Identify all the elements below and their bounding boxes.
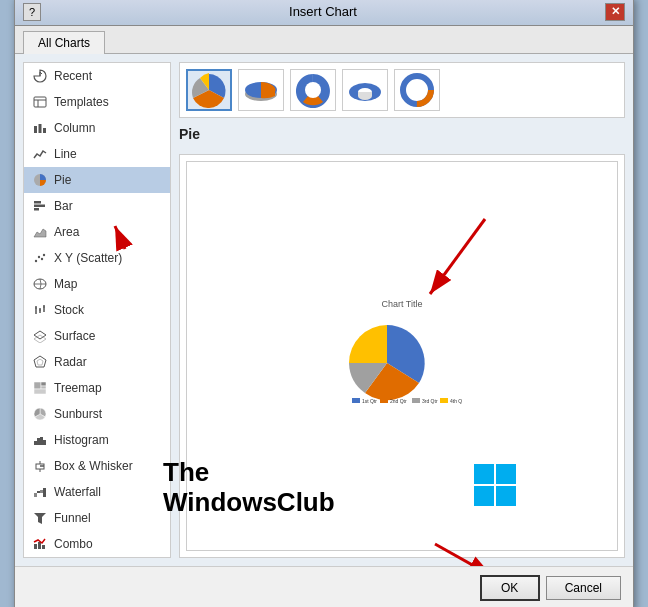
svg-rect-28 [41, 382, 46, 386]
ok-button[interactable]: OK [480, 575, 540, 601]
sidebar-item-map[interactable]: Map [24, 271, 170, 297]
chart-preview-inner: Chart Title [186, 161, 618, 551]
chart-title: Chart Title [381, 299, 422, 309]
svg-rect-5 [43, 128, 46, 133]
svg-marker-10 [34, 229, 46, 237]
chart-thumb-pie3d[interactable] [238, 69, 284, 111]
content-area: Recent Templates Column [15, 54, 633, 566]
column-icon [32, 120, 48, 136]
svg-rect-32 [34, 441, 37, 445]
sidebar-label-map: Map [54, 277, 77, 291]
sidebar-item-pie[interactable]: Pie [24, 167, 170, 193]
svg-rect-27 [34, 382, 41, 389]
sidebar-item-recent[interactable]: Recent [24, 63, 170, 89]
tab-bar: All Charts [15, 26, 633, 54]
sidebar-item-stock[interactable]: Stock [24, 297, 170, 323]
sidebar-item-treemap[interactable]: Treemap [24, 375, 170, 401]
line-icon [32, 146, 48, 162]
svg-rect-8 [34, 205, 45, 208]
svg-rect-40 [34, 493, 37, 497]
sidebar-label-xy: X Y (Scatter) [54, 251, 122, 265]
svg-rect-7 [34, 201, 41, 204]
sidebar-label-surface: Surface [54, 329, 95, 343]
sidebar-item-column[interactable]: Column [24, 115, 170, 141]
recent-icon [32, 68, 48, 84]
insert-chart-dialog: ? Insert Chart ✕ All Charts Recent [14, 0, 634, 607]
sidebar-label-line: Line [54, 147, 77, 161]
chart-thumb-doughnut[interactable] [290, 69, 336, 111]
sidebar-item-surface[interactable]: Surface [24, 323, 170, 349]
sidebar-item-boxwhisker[interactable]: Box & Whisker [24, 453, 170, 479]
pie-chart-svg: 1st Qtr 2nd Qtr 3rd Qtr 4th Qtr [342, 313, 462, 413]
sidebar-label-stock: Stock [54, 303, 84, 317]
svg-point-12 [38, 256, 40, 258]
svg-marker-26 [37, 359, 43, 365]
area-icon [32, 224, 48, 240]
chart-type-row [179, 62, 625, 118]
boxwhisker-icon [32, 458, 48, 474]
svg-rect-33 [37, 438, 40, 445]
svg-text:3rd Qtr: 3rd Qtr [422, 398, 438, 404]
chart-thumb-ring[interactable] [394, 69, 440, 111]
chart-preview-area: Chart Title [179, 154, 625, 558]
sidebar-label-histogram: Histogram [54, 433, 109, 447]
sidebar-item-waterfall[interactable]: Waterfall [24, 479, 170, 505]
surface-icon [32, 328, 48, 344]
sidebar-label-sunburst: Sunburst [54, 407, 102, 421]
funnel-icon [32, 510, 48, 526]
sidebar-label-funnel: Funnel [54, 511, 91, 525]
title-bar-controls: ✕ [605, 3, 625, 21]
sidebar-item-bar[interactable]: Bar [24, 193, 170, 219]
svg-text:1st Qtr: 1st Qtr [362, 398, 377, 404]
close-button[interactable]: ✕ [605, 3, 625, 21]
sidebar-item-funnel[interactable]: Funnel [24, 505, 170, 531]
svg-rect-43 [43, 488, 46, 497]
svg-rect-41 [37, 491, 40, 493]
svg-rect-47 [42, 545, 45, 549]
svg-rect-61 [440, 398, 448, 403]
sidebar-label-radar: Radar [54, 355, 87, 369]
sunburst-icon [32, 406, 48, 422]
bar-icon [32, 198, 48, 214]
sidebar-item-combo[interactable]: Combo [24, 531, 170, 557]
pie-icon [32, 172, 48, 188]
chart-section-label: Pie [179, 126, 625, 142]
sidebar-label-recent: Recent [54, 69, 92, 83]
sidebar-item-templates[interactable]: Templates [24, 89, 170, 115]
svg-rect-29 [41, 386, 46, 389]
stock-icon [32, 302, 48, 318]
sidebar-label-bar: Bar [54, 199, 73, 213]
svg-rect-57 [380, 398, 388, 403]
sidebar-item-xy[interactable]: X Y (Scatter) [24, 245, 170, 271]
title-bar: ? Insert Chart ✕ [15, 0, 633, 26]
chart-thumb-doughnut3d[interactable] [342, 69, 388, 111]
cancel-button[interactable]: Cancel [546, 576, 621, 600]
sidebar-item-line[interactable]: Line [24, 141, 170, 167]
sidebar-item-sunburst[interactable]: Sunburst [24, 401, 170, 427]
chart-right-panel: Pie Chart Title [179, 62, 625, 558]
templates-icon [32, 94, 48, 110]
tab-all-charts[interactable]: All Charts [23, 31, 105, 54]
chart-type-sidebar: Recent Templates Column [23, 62, 171, 558]
sidebar-item-histogram[interactable]: Histogram [24, 427, 170, 453]
svg-rect-59 [412, 398, 420, 403]
svg-point-14 [43, 254, 45, 256]
sidebar-item-radar[interactable]: Radar [24, 349, 170, 375]
svg-rect-46 [38, 542, 41, 549]
sidebar-label-boxwhisker: Box & Whisker [54, 459, 133, 473]
svg-rect-4 [39, 124, 42, 133]
svg-point-13 [41, 258, 43, 260]
svg-rect-3 [34, 126, 37, 133]
sidebar-item-area[interactable]: Area [24, 219, 170, 245]
sidebar-label-area: Area [54, 225, 79, 239]
svg-rect-30 [34, 389, 46, 394]
sidebar-label-column: Column [54, 121, 95, 135]
svg-rect-42 [40, 490, 43, 493]
svg-marker-44 [34, 513, 46, 524]
help-button[interactable]: ? [23, 3, 41, 21]
svg-rect-0 [34, 97, 46, 107]
chart-thumb-pie[interactable] [186, 69, 232, 111]
svg-rect-45 [34, 544, 37, 549]
treemap-icon [32, 380, 48, 396]
scatter-icon [32, 250, 48, 266]
